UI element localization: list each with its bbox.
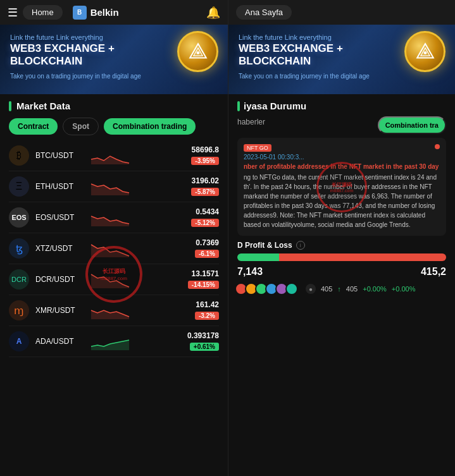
eth-price: 3196.02 <box>175 176 219 185</box>
ada-price-area: 0.393178 +0.61% <box>175 331 219 351</box>
xmr-change: -3.2% <box>195 312 219 320</box>
pl-header: D Profit & Loss i <box>237 241 446 250</box>
tron-logo-icon <box>188 42 208 62</box>
spot-tab[interactable]: Spot <box>63 118 99 135</box>
stat1-val: 405 <box>321 285 332 293</box>
section-indicator <box>9 101 11 111</box>
xtz-icon: ꜩ <box>9 238 29 259</box>
eth-icon: Ξ <box>9 176 29 197</box>
ada-icon: A <box>9 331 29 351</box>
info-icon[interactable]: i <box>296 241 305 250</box>
circle-dot-icon: ● <box>306 284 316 294</box>
pl-bar-red <box>279 253 446 261</box>
xtz-price-area: 0.7369 -6.1% <box>175 238 219 259</box>
dcr-label: DCR/USDT <box>35 275 86 284</box>
brand-logo-icon: B <box>73 6 87 20</box>
ada-chart <box>91 333 170 350</box>
menu-icon[interactable]: ☰ <box>8 6 18 20</box>
left-banner: Link the future Link everything WEB3 EXC… <box>0 25 228 94</box>
avatar <box>285 283 298 295</box>
list-item[interactable]: EOS EOS/USDT 0.5434 -5.12% <box>9 202 219 233</box>
dcr-icon: DCR <box>9 269 29 290</box>
list-item[interactable]: ꜩ XTZ/USDT 0.7369 -6.1% <box>9 233 219 264</box>
pl-bar-green <box>237 253 279 261</box>
brand-area: B Belkin <box>73 6 119 20</box>
right-coin-decoration <box>404 31 449 75</box>
eth-label: ETH/USDT <box>35 182 86 191</box>
dcr-price-area: 13.1571 -14.15% <box>175 269 219 290</box>
notification-bell-icon[interactable]: 🔔 <box>206 6 220 20</box>
xtz-price: 0.7369 <box>175 238 219 247</box>
xmr-chart <box>91 302 170 319</box>
list-item[interactable]: Ξ ETH/USDT 3196.02 -5.87% <box>9 171 219 202</box>
right-section-indicator <box>237 101 240 111</box>
left-topbar: ☰ Home B Belkin 🔔 <box>0 0 228 25</box>
btc-icon: ₿ <box>9 145 29 166</box>
ada-change: +0.61% <box>190 343 219 351</box>
pl-num-left: 7,143 <box>237 266 263 278</box>
right-section-header: iyasa Durumu <box>228 94 455 114</box>
ada-label: ADA/USDT <box>35 337 86 346</box>
svg-point-2 <box>196 51 199 54</box>
list-item[interactable]: ɱ XMR/USDT 161.42 -3.2% <box>9 295 219 326</box>
news-indicator-dot <box>435 144 440 149</box>
svg-marker-8 <box>91 310 129 319</box>
list-item[interactable]: DCR DCR/USDT 13.1571 -14.15% <box>9 264 219 295</box>
xmr-label: XMR/USDT <box>35 306 86 315</box>
btc-price: 58696.8 <box>175 145 219 154</box>
btc-chart <box>91 147 170 164</box>
eth-change: -5.87% <box>191 188 219 196</box>
right-market-title: iyasa Durumu <box>244 101 306 111</box>
eos-label: EOS/USDT <box>35 213 86 222</box>
list-item[interactable]: ₿ BTC/USDT 58696.8 -3.95% <box>9 140 219 171</box>
eos-change: -5.12% <box>191 219 219 227</box>
pl-stats: ● 405 ↑ 405 +0.00% +0.00% <box>306 284 415 294</box>
news-card: 长江源码 m8887.com NFT GO 2023-05-01 00:30:3… <box>237 138 446 236</box>
eth-chart <box>91 178 170 195</box>
brand-name: Belkin <box>90 7 119 18</box>
coin-decoration <box>177 31 221 75</box>
list-item[interactable]: A ADA/USDT 0.393178 +0.61% <box>9 326 219 357</box>
xtz-chart <box>91 240 170 257</box>
stat1-up-val: 405 <box>346 285 358 293</box>
eos-chart <box>91 209 170 226</box>
dcr-chart <box>91 271 170 288</box>
btc-price-area: 58696.8 -3.95% <box>175 145 219 166</box>
pl-bottom: ● 405 ↑ 405 +0.00% +0.00% <box>237 283 446 295</box>
market-section-header: Market Data <box>0 94 228 115</box>
svg-marker-7 <box>91 274 129 288</box>
xtz-label: XTZ/USDT <box>35 244 86 253</box>
news-title-row: NFT GO <box>244 144 440 152</box>
svg-point-12 <box>423 51 427 54</box>
news-source-badge: NFT GO <box>244 144 271 152</box>
btc-change: -3.95% <box>191 157 219 165</box>
svg-marker-5 <box>91 216 129 226</box>
eos-icon: EOS <box>9 207 29 228</box>
pl-change1: +0.00% <box>363 285 387 293</box>
svg-marker-3 <box>91 156 129 164</box>
news-date: 2023-05-01 00:30:3... <box>244 154 440 161</box>
right-banner: Link the future Link everything WEB3 EXC… <box>228 25 455 94</box>
contract-tab[interactable]: Contract <box>9 118 58 135</box>
svg-marker-4 <box>91 184 129 195</box>
news-combo-row: haberler Combination tra <box>228 114 455 138</box>
pl-numbers: 7,143 415,2 <box>237 266 446 278</box>
svg-marker-6 <box>91 245 129 257</box>
xmr-icon: ɱ <box>9 300 29 320</box>
news-section: 长江源码 m8887.com NFT GO 2023-05-01 00:30:3… <box>228 138 455 236</box>
ana-sayfa-tab[interactable]: Ana Sayfa <box>236 5 292 20</box>
right-tron-logo-icon <box>415 42 435 62</box>
xtz-change: -6.1% <box>195 250 219 258</box>
pl-bar <box>237 253 446 261</box>
combination-tab[interactable]: Combination trading <box>104 118 196 135</box>
combo-trading-button[interactable]: Combination tra <box>378 116 446 134</box>
market-list: 长江源码 m8887.com ₿ BTC/USDT 58696.8 -3.95%… <box>0 140 228 476</box>
pl-change2: +0.00% <box>392 285 416 293</box>
dcr-price: 13.1571 <box>175 269 219 278</box>
news-headline: nber of profitable addresses in the NFT … <box>244 163 440 170</box>
xmr-price: 161.42 <box>175 300 219 309</box>
haberler-label: haberler <box>237 116 265 126</box>
pl-num-right: 415,2 <box>421 266 446 278</box>
up-arrow-icon: ↑ <box>337 285 341 293</box>
home-tab[interactable]: Home <box>23 5 63 20</box>
